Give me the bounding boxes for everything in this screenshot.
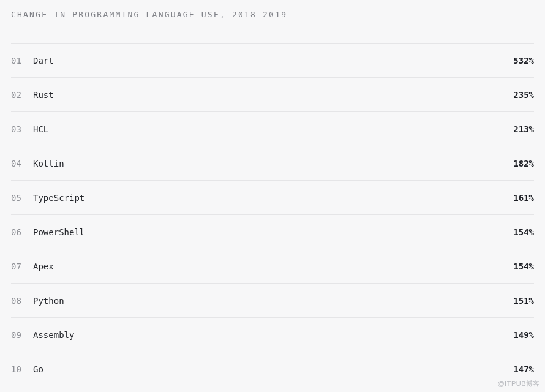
list-item: 01Dart532% (11, 43, 534, 78)
list-item-left: 03HCL (11, 124, 48, 134)
language-name: Assembly (33, 330, 74, 340)
language-name: Apex (33, 262, 54, 271)
list-item: 03HCL213% (11, 112, 534, 146)
list-item: 07Apex154% (11, 249, 534, 284)
rank-number: 07 (11, 262, 24, 271)
language-name: Rust (33, 90, 54, 100)
list-item: 10Go147% (11, 352, 534, 386)
chart-container: CHANGE IN PROGRAMMING LANGUAGE USE, 2018… (0, 0, 545, 386)
list-item-left: 07Apex (11, 262, 54, 271)
list-item-left: 06PowerShell (11, 227, 85, 237)
list-item: 09Assembly149% (11, 318, 534, 352)
change-value: 161% (513, 193, 534, 203)
rank-number: 09 (11, 330, 24, 340)
rank-number: 08 (11, 296, 24, 306)
language-name: Python (33, 296, 64, 306)
change-value: 213% (513, 124, 534, 134)
language-name: PowerShell (33, 227, 85, 237)
rank-number: 06 (11, 227, 24, 237)
change-value: 151% (513, 296, 534, 306)
rank-number: 01 (11, 56, 24, 66)
list-item-left: 10Go (11, 364, 43, 374)
language-name: HCL (33, 124, 48, 134)
language-name: TypeScript (33, 193, 85, 203)
list-item: 05TypeScript161% (11, 181, 534, 215)
change-value: 147% (513, 364, 534, 374)
change-value: 235% (513, 90, 534, 100)
list-item: 02Rust235% (11, 78, 534, 112)
rank-number: 05 (11, 193, 24, 203)
rank-number: 03 (11, 124, 24, 134)
change-value: 149% (513, 330, 534, 340)
language-name: Kotlin (33, 159, 64, 168)
list-item: 06PowerShell154% (11, 215, 534, 249)
list-item: 04Kotlin182% (11, 146, 534, 181)
ranking-list: 01Dart532%02Rust235%03HCL213%04Kotlin182… (11, 43, 534, 386)
list-item: 08Python151% (11, 284, 534, 318)
list-item-left: 01Dart (11, 56, 54, 66)
rank-number: 10 (11, 364, 24, 374)
change-value: 182% (513, 159, 534, 168)
change-value: 154% (513, 262, 534, 271)
list-item-left: 02Rust (11, 90, 54, 100)
change-value: 532% (513, 56, 534, 66)
chart-title: CHANGE IN PROGRAMMING LANGUAGE USE, 2018… (11, 10, 534, 19)
change-value: 154% (513, 227, 534, 237)
list-item-left: 04Kotlin (11, 159, 64, 168)
language-name: Go (33, 364, 43, 374)
rank-number: 02 (11, 90, 24, 100)
list-item-left: 09Assembly (11, 330, 74, 340)
list-item-left: 08Python (11, 296, 64, 306)
list-item-left: 05TypeScript (11, 193, 85, 203)
watermark: @ITPUB博客 (497, 379, 540, 388)
language-name: Dart (33, 56, 54, 66)
rank-number: 04 (11, 159, 24, 168)
